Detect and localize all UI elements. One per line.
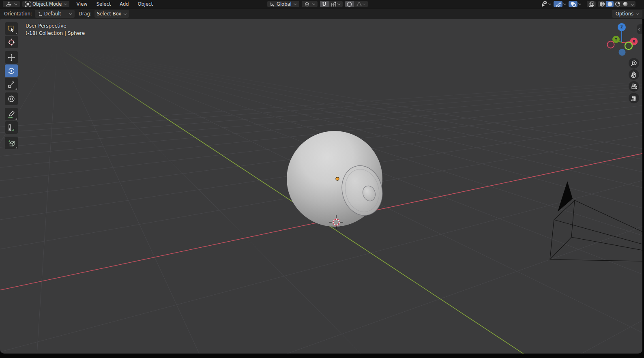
display-controls (541, 1, 635, 7)
tool-rotate[interactable] (5, 64, 18, 77)
context-label: (-18) Collection | Sphere (26, 30, 85, 37)
overlays-control (569, 1, 581, 7)
menu-add[interactable]: Add (115, 1, 133, 7)
tool-measure[interactable] (5, 121, 18, 134)
visibility-dropdown[interactable] (541, 1, 551, 7)
shading-wireframe-button[interactable] (598, 1, 606, 7)
tool-annotate[interactable] (5, 108, 18, 120)
rendered-icon (623, 1, 628, 7)
drag-mode-dropdown[interactable]: Select Box (94, 10, 129, 18)
perspective-label: User Perspective (26, 22, 85, 30)
chevron-down-icon[interactable] (563, 2, 566, 5)
camera-object[interactable] (550, 181, 642, 262)
tool-scale[interactable] (5, 78, 18, 90)
tool-options-indicator (15, 147, 17, 148)
menu-select[interactable]: Select (92, 1, 115, 7)
options-dropdown[interactable]: Options (612, 10, 642, 18)
xray-toggle[interactable] (587, 1, 596, 7)
proportional-editing-icon (346, 1, 352, 7)
gizmos-control (554, 1, 566, 7)
gizmo-z-negative[interactable] (619, 49, 626, 56)
chevron-down-icon (69, 12, 72, 15)
tool-add-cube[interactable] (5, 137, 18, 149)
show-object-types-icon (541, 1, 547, 7)
tool-cursor[interactable] (5, 36, 18, 48)
camera-up-triangle (558, 181, 573, 212)
chevron-down-icon[interactable] (631, 2, 633, 5)
tool-settings-bar: Orientation: Default Drag: Select Box Op… (0, 8, 644, 19)
tool-transform[interactable] (5, 92, 18, 105)
pan-hand-icon (630, 71, 638, 79)
mode-selector[interactable]: Object Mode (22, 1, 69, 7)
viewport-info-text: User Perspective (-18) Collection | Sphe… (26, 22, 85, 37)
shading-solid-button[interactable] (606, 1, 614, 7)
shading-rendered-button[interactable] (621, 1, 629, 7)
menu-view[interactable]: View (72, 1, 92, 7)
overlays-toggle[interactable] (569, 1, 577, 7)
shading-mode-group (598, 1, 635, 7)
zoom-button[interactable] (629, 58, 639, 69)
pivot-point-dropdown[interactable] (302, 1, 318, 7)
falloff-curve-icon (356, 1, 362, 7)
tool-options-indicator (15, 88, 17, 90)
tool-options-indicator (15, 32, 17, 34)
chevron-down-icon (123, 12, 126, 15)
camera-view-icon (630, 82, 638, 90)
snap-toggle[interactable] (320, 1, 329, 7)
chevron-down-icon (337, 2, 340, 5)
drag-value: Select Box (97, 11, 122, 17)
pan-button[interactable] (629, 69, 639, 80)
tool-move[interactable] (5, 51, 18, 64)
shading-material-button[interactable] (614, 1, 621, 7)
viewport-header: Object Mode View Select Add Object Globa… (0, 0, 644, 8)
zoom-icon (630, 59, 638, 67)
gizmo-icon (555, 1, 561, 7)
gizmo-y-negative[interactable] (625, 42, 632, 49)
svg-text:Y: Y (614, 37, 618, 41)
orientation-default-dropdown[interactable]: Default (35, 10, 75, 18)
chevron-down-icon (312, 2, 315, 5)
scene-canvas[interactable] (0, 19, 642, 354)
pivot-point-icon (304, 1, 310, 7)
sidebar-toggle-tab[interactable] (637, 24, 642, 34)
mode-label: Object Mode (32, 1, 62, 7)
snap-target-dropdown[interactable] (329, 1, 343, 7)
gizmos-toggle[interactable] (554, 1, 562, 7)
falloff-dropdown[interactable] (354, 1, 368, 7)
orientation-icon (37, 11, 43, 17)
orientation-dropdown[interactable]: Global (267, 1, 299, 7)
drag-label: Drag: (79, 11, 92, 17)
orthographic-grid-icon (630, 94, 638, 102)
chevron-down-icon (635, 12, 638, 15)
solid-icon (607, 1, 613, 7)
object-origin-dot (336, 177, 339, 180)
xray-icon (588, 1, 595, 7)
svg-text:X: X (633, 39, 635, 43)
magnet-icon (321, 1, 327, 7)
gizmo-z-axis[interactable]: Z (618, 23, 626, 31)
chevron-down-icon (363, 2, 365, 5)
menu-object[interactable]: Object (133, 1, 157, 7)
overlays-icon (570, 1, 576, 7)
navigation-gizmo[interactable]: Z Y X (605, 22, 639, 56)
transform-controls: Global (267, 1, 368, 7)
blender-window: Object Mode View Select Add Object Globa… (0, 0, 644, 358)
orientation-label: Orientation: (4, 11, 32, 17)
viewport-editor-icon (5, 1, 12, 7)
tool-select-box[interactable] (5, 22, 18, 35)
chevron-down-icon[interactable] (578, 2, 581, 5)
camera-view-button[interactable] (629, 81, 639, 92)
proportional-editing-toggle[interactable] (345, 1, 354, 7)
editor-type-button[interactable] (3, 1, 20, 7)
orthographic-toggle-button[interactable] (629, 93, 639, 103)
3d-viewport[interactable]: User Perspective (-18) Collection | Sphe… (0, 19, 642, 354)
increment-snap-icon (331, 1, 337, 7)
chevron-down-icon (64, 2, 67, 5)
proportional-group (345, 1, 368, 7)
chevron-down-icon (294, 2, 296, 5)
wireframe-icon (599, 1, 605, 7)
gizmo-x-negative[interactable] (608, 41, 614, 48)
orientation-value: Default (44, 11, 67, 17)
material-preview-icon (615, 1, 620, 7)
axis-icon (270, 2, 275, 7)
